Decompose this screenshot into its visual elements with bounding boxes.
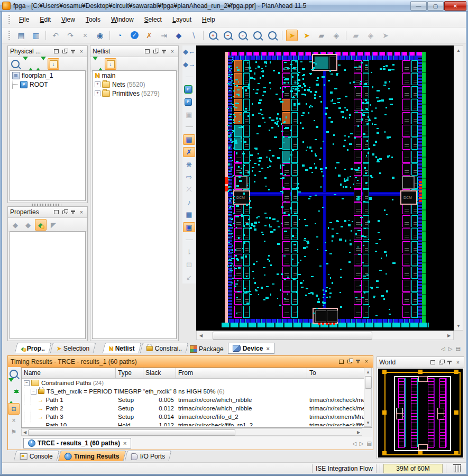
menu-select[interactable]: Select — [139, 14, 167, 25]
maximize-panel-icon[interactable] — [429, 359, 436, 365]
zoom-fit-icon[interactable] — [252, 30, 263, 41]
maximize-panel-icon[interactable] — [143, 48, 151, 54]
tab-console[interactable]: Console — [14, 451, 60, 461]
unassign-nets-icon[interactable]: ✗ — [183, 147, 195, 158]
tree-item-floorplan[interactable]: ▦ floorplan_1 — [10, 71, 85, 80]
report-icon[interactable]: ▥ — [30, 30, 42, 41]
delete-icon[interactable]: × — [79, 30, 91, 41]
draw-pblock-icon[interactable]: ▰ — [316, 30, 327, 41]
world-overview-map[interactable] — [378, 369, 463, 457]
menu-window[interactable]: Window — [106, 14, 139, 25]
properties-gear-icon[interactable]: ◆ — [35, 219, 47, 231]
no-place-icon[interactable]: ◈ — [365, 30, 377, 41]
show-hierarchy-icon[interactable]: ⊟ — [8, 403, 20, 415]
tab-scroll-controls[interactable]: ◁▷▤ — [438, 345, 461, 352]
tab-package[interactable]: Package — [186, 344, 228, 354]
collapse-all-icon[interactable] — [22, 58, 34, 70]
move-port-icon[interactable]: ⇨ — [183, 172, 195, 182]
maximize-panel-icon[interactable] — [52, 209, 60, 215]
no-select-icon[interactable]: ➤ — [380, 30, 391, 41]
zoom-out-icon[interactable]: − — [222, 30, 234, 41]
forward-icon[interactable]: ◆ — [22, 219, 34, 231]
maximize-button[interactable]: ▢ — [427, 1, 444, 11]
maximize-panel-icon[interactable] — [52, 48, 60, 54]
device-horizontal-scrollbar[interactable]: ◀▶ — [196, 331, 454, 340]
menu-file[interactable]: File — [14, 14, 34, 25]
row-timegrp[interactable]: −TS_eth_rxclk = PERIOD TIMEGRP “eth_rxcl… — [22, 387, 371, 396]
tab-trce-results[interactable]: TRCE - results_1 (60 paths) × — [23, 438, 131, 448]
back-icon[interactable]: ◆← — [183, 47, 195, 57]
pull-icon[interactable]: ↙ — [183, 272, 195, 282]
close-tab-icon[interactable]: × — [123, 440, 126, 446]
menu-tools[interactable]: Tools — [80, 14, 106, 25]
collapse-all-icon[interactable] — [92, 58, 104, 70]
marquee-select-icon[interactable]: ➤ — [301, 30, 313, 41]
find-icon[interactable]: ◉ — [94, 30, 106, 41]
menu-view[interactable]: View — [56, 14, 80, 25]
tab-io-ports[interactable]: I/O Ports — [124, 451, 171, 461]
check-icon[interactable]: ✓ — [129, 30, 140, 41]
swap-icon[interactable]: ⤫ — [183, 185, 195, 195]
layers-icon[interactable]: ▤ — [183, 134, 195, 145]
tree-item-primitives[interactable]: +Primitives (5279) — [93, 89, 176, 98]
timer-icon[interactable]: ◔ — [114, 30, 125, 41]
float-panel-icon[interactable] — [437, 359, 445, 365]
row-path-3[interactable]: →Path 3Setup0.014trimac/rx/core/fifo_d_2… — [22, 413, 371, 421]
table-vertical-scrollbar[interactable]: ▲▼ — [364, 368, 372, 427]
device-vertical-scrollbar[interactable]: ▲▼ — [454, 45, 463, 331]
float-panel-icon[interactable] — [61, 209, 68, 215]
menu-help[interactable]: Help — [197, 14, 221, 25]
select-cursor-icon[interactable]: ➤ — [286, 30, 298, 41]
table-header-row[interactable]: Name Type Slack From To — [22, 368, 371, 379]
pin-panel-icon[interactable] — [69, 48, 77, 54]
new-pblock-icon[interactable]: P — [183, 84, 195, 95]
expand-icon[interactable]: + — [95, 81, 100, 87]
tab-constraints[interactable]: Constrai.. — [140, 343, 188, 353]
pin-panel-icon[interactable] — [354, 359, 362, 365]
close-panel-icon[interactable]: × — [454, 359, 462, 365]
device-floorplan-view[interactable]: DCMDCM — [196, 45, 454, 331]
flag-icon[interactable]: ⚑ — [8, 426, 20, 438]
tab-properties[interactable]: ◆ Prop.. — [15, 343, 52, 353]
float-panel-icon[interactable] — [346, 359, 353, 365]
rake-icon[interactable]: ⇂ — [183, 247, 195, 258]
add-to-pblock-icon[interactable]: ▣ — [183, 109, 195, 120]
search-icon[interactable] — [10, 58, 21, 70]
unroute-icon[interactable]: ∖ — [188, 30, 199, 41]
close-panel-icon[interactable]: × — [363, 359, 370, 365]
menu-edit[interactable]: Edit — [34, 14, 56, 25]
forward-icon[interactable]: ◆→ — [183, 59, 195, 70]
zoom-range-icon[interactable]: ▫ — [237, 30, 249, 41]
select-pointer-icon[interactable]: ◤ — [48, 219, 59, 231]
tree-item-main[interactable]: N main — [93, 71, 176, 80]
close-tab-icon[interactable]: × — [266, 345, 269, 352]
pin-panel-icon[interactable] — [446, 359, 453, 365]
close-panel-icon[interactable]: × — [78, 48, 85, 54]
close-panel-icon[interactable]: × — [78, 209, 85, 215]
float-panel-icon[interactable] — [61, 48, 68, 54]
route-icon[interactable]: ⇥ — [158, 30, 170, 41]
zoom-prev-icon[interactable] — [267, 30, 278, 41]
row-constrained-paths[interactable]: −Constrained Paths (24) — [22, 379, 371, 387]
tree-item-nets[interactable]: +Nets (5520) — [93, 80, 176, 89]
tab-right-icon[interactable]: ▷ — [360, 441, 364, 446]
tab-timing-results[interactable]: Timing Results — [58, 451, 126, 461]
show-connections-icon[interactable]: ❋ — [183, 159, 195, 170]
scroll-to-selected-icon[interactable]: ↓ — [105, 58, 116, 70]
minimize-button[interactable]: — — [410, 1, 427, 11]
tab-list-icon[interactable]: ▤ — [367, 441, 372, 446]
table-horizontal-scrollbar[interactable]: ◀▶ — [21, 428, 362, 436]
expand-all-icon[interactable] — [8, 391, 20, 403]
pin-panel-icon[interactable] — [69, 209, 77, 215]
place-diamond-icon[interactable]: ◈ — [331, 30, 342, 41]
delete-icon[interactable]: × — [8, 415, 20, 426]
ucf-book-icon[interactable]: ◆ — [173, 30, 185, 41]
tab-netlist[interactable]: NNetlist — [103, 343, 142, 353]
tab-device[interactable]: Device × — [228, 343, 274, 354]
area-select-icon[interactable]: ⊡ — [183, 260, 195, 270]
row-path-10[interactable]: →Path 10Hold1.012trimac/rx/rxcheck/fifo_… — [22, 421, 371, 428]
pblock-check-icon[interactable]: ▣ — [183, 222, 195, 233]
menu-layout[interactable]: Layout — [167, 14, 197, 25]
pblock-disabled-icon[interactable]: P — [183, 97, 195, 107]
row-path-2[interactable]: →Path 2Setup0.012trimac/rx/core/which_ni… — [22, 404, 371, 413]
